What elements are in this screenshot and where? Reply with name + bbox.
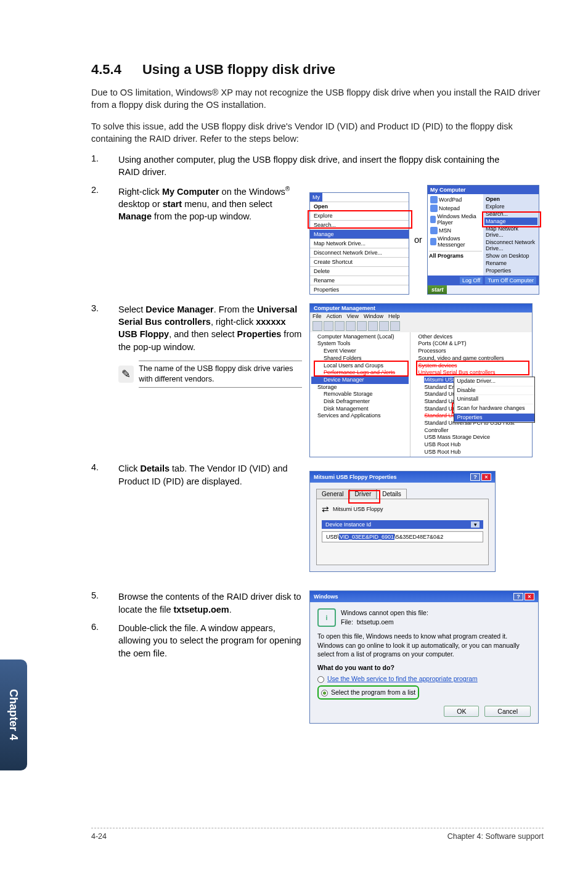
page-number: 4-24 <box>91 832 107 841</box>
dev-mitsumi-usb[interactable]: Mitsumi USB <box>424 377 456 383</box>
step-4-number: 4. <box>91 462 118 472</box>
menu-shortcut[interactable]: Create Shortcut <box>310 257 409 266</box>
start-button[interactable]: start <box>428 285 447 294</box>
cm-menu-file[interactable]: File <box>312 313 322 319</box>
tree-device-manager[interactable]: Device Manager <box>311 377 409 384</box>
menu-rename[interactable]: Rename <box>310 276 409 285</box>
start-item-messenger[interactable]: Windows Messenger <box>429 235 482 248</box>
tab-driver[interactable]: Driver <box>349 489 377 499</box>
device-instance-value: USB\VID_03EE&PID_6901\5&35ED48E7&0&2 <box>322 531 483 542</box>
dev-root-hub-1[interactable]: USB Root Hub <box>412 441 531 449</box>
sub-open[interactable]: Open <box>484 195 537 203</box>
menu-map-drive[interactable]: Map Network Drive... <box>310 239 409 248</box>
cm-menu-view[interactable]: View <box>347 313 359 319</box>
toolbar-icon[interactable] <box>324 321 333 331</box>
tree-services[interactable]: Services and Applications <box>311 412 409 420</box>
tree-system-tools[interactable]: System Tools <box>311 340 409 348</box>
dev-system[interactable]: System devices <box>412 362 531 370</box>
cm-title: Computer Management <box>310 304 532 312</box>
toolbar-icon[interactable] <box>357 321 367 331</box>
dev-usb-controllers[interactable]: Universal Serial Bus controllers <box>412 369 531 377</box>
win-help-text: To open this file, Windows needs to know… <box>317 627 531 658</box>
sub-rename[interactable]: Rename <box>484 259 537 267</box>
ctx-properties[interactable]: Properties <box>454 414 534 423</box>
tree-shared-folders[interactable]: Shared Folders <box>311 355 409 362</box>
step-1-number: 1. <box>91 153 118 163</box>
screenshot-properties-dialog: Mitsumi USB Floppy Properties ?× General… <box>309 471 496 572</box>
all-programs[interactable]: All Programs <box>429 251 482 259</box>
step-6-number: 6. <box>91 622 118 632</box>
dev-root-hub-2[interactable]: USB Root Hub <box>412 449 531 456</box>
menu-explore[interactable]: Explore <box>310 211 409 220</box>
toolbar-icon[interactable] <box>379 321 389 331</box>
sub-disconnect[interactable]: Disconnect Network Drive... <box>484 239 537 252</box>
toolbar-icon[interactable] <box>346 321 356 331</box>
step-1-text: Using another computer, plug the USB flo… <box>118 153 500 179</box>
sub-map[interactable]: Map Network Drive... <box>484 225 537 239</box>
close-button[interactable]: × <box>481 473 491 481</box>
note-text: The name of the USB floppy disk drive va… <box>139 361 302 388</box>
tree-local-users[interactable]: Local Users and Groups <box>311 362 409 370</box>
start-item-wordpad[interactable]: WordPad <box>429 195 482 204</box>
menu-manage[interactable]: Manage <box>310 229 409 239</box>
cancel-button[interactable]: Cancel <box>484 706 531 717</box>
sub-manage[interactable]: Manage <box>484 218 537 225</box>
toolbar-icon[interactable] <box>390 321 400 331</box>
cm-device-list: Other devices Ports (COM & LPT) Processo… <box>410 332 532 457</box>
cm-toolbar <box>310 320 532 332</box>
toolbar-icon[interactable] <box>312 321 322 331</box>
ctx-uninstall[interactable]: Uninstall <box>454 395 534 404</box>
cm-menu-action[interactable]: Action <box>327 313 342 319</box>
step-4-text: Click Details tab. The Vendor ID (VID) a… <box>118 462 302 488</box>
device-instance-select[interactable]: Device Instance Id ▾ <box>322 520 483 529</box>
start-item-notepad[interactable]: Notepad <box>429 204 482 213</box>
tree-storage[interactable]: Storage <box>311 384 409 391</box>
close-button[interactable]: × <box>525 593 534 600</box>
radio-program-list[interactable]: Select the program from a list <box>321 688 415 696</box>
dev-processors[interactable]: Processors <box>412 348 531 355</box>
tab-general[interactable]: General <box>316 489 349 499</box>
tab-details[interactable]: Details <box>377 489 407 499</box>
start-title: My Computer <box>428 186 539 194</box>
toolbar-icon[interactable] <box>368 321 378 331</box>
sub-properties[interactable]: Properties <box>484 267 537 274</box>
tree-perf-logs[interactable]: Performance Logs and Alerts <box>311 369 409 377</box>
toolbar-icon[interactable] <box>335 321 345 331</box>
tree-event-viewer[interactable]: Event Viewer <box>311 348 409 355</box>
ctx-disable[interactable]: Disable <box>454 386 534 396</box>
sub-explore[interactable]: Explore <box>484 203 537 210</box>
menu-disconnect-drive[interactable]: Disconnect Network Drive... <box>310 248 409 257</box>
dev-sound[interactable]: Sound, video and game controllers <box>412 355 531 362</box>
menu-open[interactable]: Open <box>310 202 409 211</box>
dev-other[interactable]: Other devices <box>412 333 531 341</box>
ctx-update-driver[interactable]: Update Driver... <box>454 377 534 386</box>
sub-search[interactable]: Search... <box>484 210 537 218</box>
start-menu: My Computer WordPad Notepad Windows Medi… <box>427 185 539 295</box>
start-item-wmp[interactable]: Windows Media Player <box>429 213 482 226</box>
radio-web-service[interactable]: Use the Web service to find the appropri… <box>317 675 478 682</box>
cm-menu-window[interactable]: Window <box>364 313 383 319</box>
start-item-msn[interactable]: MSN <box>429 226 482 235</box>
help-button[interactable]: ? <box>470 473 480 481</box>
sub-show-desktop[interactable]: Show on Desktop <box>484 252 537 259</box>
windows-media-player-icon <box>430 216 436 223</box>
menu-delete[interactable]: Delete <box>310 266 409 276</box>
notepad-icon <box>430 205 438 212</box>
dev-mass-storage[interactable]: USB Mass Storage Device <box>412 434 531 441</box>
ok-button[interactable]: OK <box>444 706 479 717</box>
help-button[interactable]: ? <box>513 593 523 600</box>
prop-title: Mitsumi USB Floppy Properties <box>314 474 397 480</box>
tree-disk-mgmt[interactable]: Disk Management <box>311 406 409 413</box>
dev-ports[interactable]: Ports (COM & LPT) <box>412 340 531 348</box>
log-off-button[interactable]: Log Off <box>460 277 483 284</box>
ctx-scan[interactable]: Scan for hardware changes <box>454 404 534 414</box>
turn-off-button[interactable]: Turn Off Computer <box>485 277 536 284</box>
messenger-icon <box>430 238 436 245</box>
cm-menu-help[interactable]: Help <box>388 313 400 319</box>
tree-root[interactable]: Computer Management (Local) <box>311 333 409 341</box>
dropdown-icon[interactable]: ▾ <box>471 521 480 528</box>
menu-properties[interactable]: Properties <box>310 285 409 294</box>
menu-search[interactable]: Search... <box>310 220 409 229</box>
tree-defrag[interactable]: Disk Defragmenter <box>311 398 409 406</box>
tree-removable[interactable]: Removable Storage <box>311 391 409 398</box>
